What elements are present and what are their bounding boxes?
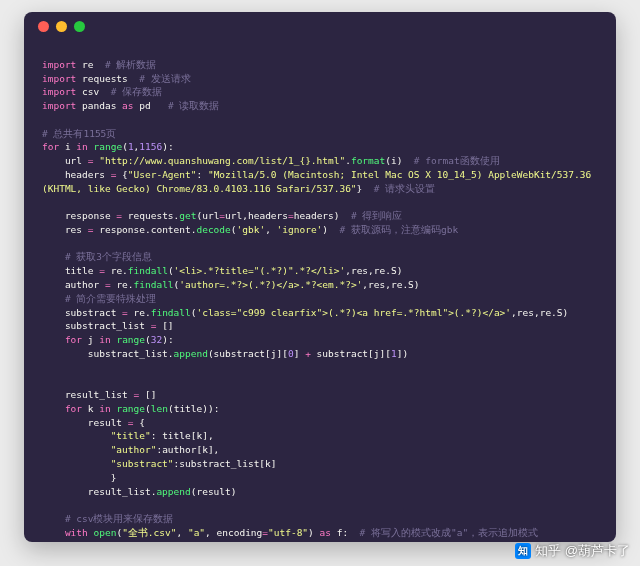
token-fn: findall <box>151 307 191 318</box>
code-line: # 简介需要特殊处理 <box>42 292 598 306</box>
token-id: title <box>42 265 99 276</box>
token-kw: with <box>65 527 88 538</box>
token-id: res <box>42 224 88 235</box>
token-fn: range <box>116 403 145 414</box>
token-pn: ): <box>162 141 173 152</box>
token-pn: ,res,re.S) <box>362 279 419 290</box>
token-id: headers <box>42 169 111 180</box>
token-fn: range <box>116 334 145 345</box>
code-line <box>42 498 598 512</box>
token-pn: } <box>357 183 374 194</box>
code-line: headers = {"User-Agent": "Mozilla/5.0 (M… <box>42 168 598 182</box>
token-cmt: # 简介需要特殊处理 <box>65 293 156 304</box>
token-pn: : <box>196 169 207 180</box>
token-pn: (i) <box>385 155 414 166</box>
token-fn: findall <box>134 279 174 290</box>
token-pn: , <box>265 224 276 235</box>
token-str: "title" <box>111 430 151 441</box>
token-kw: import <box>42 73 76 84</box>
token-kw: for <box>65 334 82 345</box>
token-pn: :author[k], <box>156 444 219 455</box>
token-kw: in <box>99 334 110 345</box>
code-line: result = { <box>42 416 598 430</box>
token-pn: ) <box>322 224 339 235</box>
code-line <box>42 374 598 388</box>
token-pn: , encoding <box>205 527 262 538</box>
token-pn: (result) <box>191 486 237 497</box>
token-fn: format <box>351 155 385 166</box>
attribution-platform: 知乎 <box>535 542 561 560</box>
token-fn: open <box>94 527 117 538</box>
token-fn: append <box>174 348 208 359</box>
token-id: pandas <box>76 100 122 111</box>
token-pn: ,res,re.S) <box>511 307 568 318</box>
token-cmt: # 发送请求 <box>139 73 190 84</box>
token-num: 32 <box>151 334 162 345</box>
code-line: with open("全书.csv", "a", encoding="utf-8… <box>42 526 598 540</box>
token-id: result_list. <box>42 486 156 497</box>
token-str: "author" <box>111 444 157 455</box>
token-kw: as <box>320 527 331 538</box>
token-str: 'gbk' <box>237 224 266 235</box>
token-fn: append <box>156 486 190 497</box>
token-pn: url,headers <box>225 210 288 221</box>
token-pn: (f,fieldnames <box>214 541 288 542</box>
token-id: re <box>76 59 105 70</box>
token-num: 1156 <box>139 141 162 152</box>
close-icon[interactable] <box>38 21 49 32</box>
token-pn: :substract_list[k] <box>174 458 277 469</box>
token-id: [] <box>139 389 156 400</box>
token-id: url <box>42 155 88 166</box>
token-str: "utf-8" <box>268 527 308 538</box>
token-id: writer <box>42 541 128 542</box>
token-kw: in <box>76 141 87 152</box>
token-pn: , <box>176 527 187 538</box>
token-pn: (title)): <box>168 403 219 414</box>
token-id: substract <box>42 307 122 318</box>
token-id <box>42 444 111 455</box>
code-line: # csv模块用来保存数据 <box>42 512 598 526</box>
token-id <box>42 513 65 524</box>
token-pn: ]) <box>397 348 408 359</box>
token-pn: ): <box>162 334 173 345</box>
token-id: response.content. <box>94 224 197 235</box>
minimize-icon[interactable] <box>56 21 67 32</box>
code-line: (KHTML, like Gecko) Chrome/83.0.4103.116… <box>42 182 598 196</box>
token-pn: headers) <box>294 210 351 221</box>
token-id: pd <box>134 100 168 111</box>
window-titlebar <box>24 12 616 40</box>
token-kw: in <box>99 403 110 414</box>
token-str: "全书.csv" <box>122 527 176 538</box>
token-fn: DictWriter <box>156 541 213 542</box>
token-str: 'author=.*?>(.*?)</a>.*?<em.*?>' <box>179 279 362 290</box>
code-line: url = "http://www.quanshuwang.com/list/1… <box>42 154 598 168</box>
token-id: response <box>42 210 116 221</box>
token-id: requests <box>76 73 139 84</box>
token-id: re. <box>105 265 128 276</box>
token-str: "a" <box>188 527 205 538</box>
code-content: import re # 解析数据import requests # 发送请求im… <box>24 40 616 542</box>
token-pn: ] <box>294 348 305 359</box>
attribution-handle: @葫芦卡了 <box>565 542 630 560</box>
code-line: "title": title[k], <box>42 429 598 443</box>
code-line: import requests # 发送请求 <box>42 72 598 86</box>
code-line: # 总共有1155页 <box>42 127 598 141</box>
token-fn: len <box>151 403 168 414</box>
token-fn: findall <box>128 265 168 276</box>
code-line <box>42 237 598 251</box>
token-id: re. <box>128 307 151 318</box>
token-id: j <box>82 334 99 345</box>
token-fn: range <box>94 141 123 152</box>
code-line: # 获取3个字段信息 <box>42 250 598 264</box>
code-line <box>42 361 598 375</box>
maximize-icon[interactable] <box>74 21 85 32</box>
token-str: 'ignore' <box>277 224 323 235</box>
token-str: (KHTML, like Gecko) Chrome/83.0.4103.116… <box>42 183 357 194</box>
token-str: "author" <box>345 541 391 542</box>
token-cmt: # 保存数据 <box>111 86 162 97</box>
token-id: substract_list. <box>42 348 174 359</box>
token-cmt: # 得到响应 <box>351 210 402 221</box>
token-str: 'class="c999 clearfix">(.*?)<a href=.*?h… <box>196 307 511 318</box>
token-str: "Mozilla/5.0 (Macintosh; Intel Mac OS X … <box>208 169 597 180</box>
code-line: for j in range(32): <box>42 333 598 347</box>
